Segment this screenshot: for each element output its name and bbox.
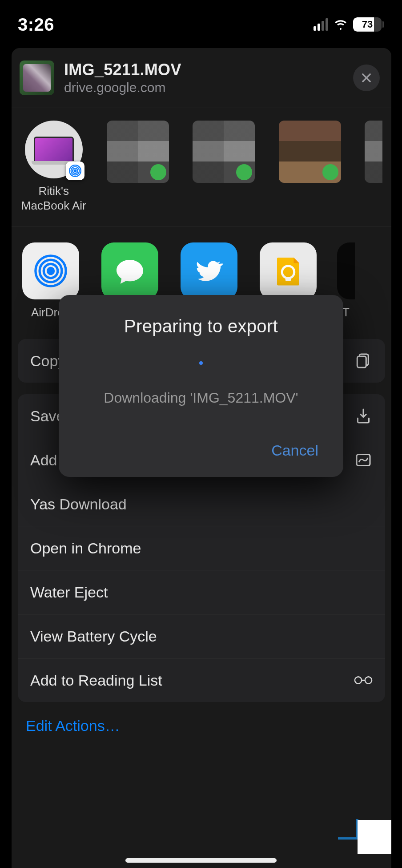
airdrop-icon — [22, 242, 79, 299]
action-add-reading-list[interactable]: Add to Reading List — [18, 658, 385, 702]
svg-point-4 — [48, 268, 53, 274]
home-indicator[interactable] — [125, 858, 277, 863]
wifi-icon — [334, 19, 348, 30]
macbook-icon — [34, 137, 74, 162]
battery-icon: 73 — [353, 17, 384, 32]
export-dialog: Preparing to export Downloading 'IMG_521… — [59, 295, 343, 477]
watermark-fragment — [358, 820, 391, 854]
file-name: IMG_5211.MOV — [64, 61, 343, 79]
target-label-line2: MacBook Air — [20, 198, 87, 213]
close-button[interactable] — [353, 65, 380, 91]
svg-rect-11 — [357, 356, 366, 367]
file-source: drive.google.com — [64, 80, 343, 95]
action-open-chrome[interactable]: Open in Chrome — [18, 526, 385, 570]
status-indicators: 73 — [314, 17, 384, 32]
airdrop-badge-icon — [66, 161, 84, 180]
watermark-fragment — [338, 819, 358, 840]
save-icon — [354, 407, 373, 425]
svg-point-14 — [365, 677, 372, 683]
action-label: Yas Download — [30, 496, 127, 513]
airdrop-targets[interactable]: Ritik's MacBook Air — [12, 108, 391, 226]
loading-spinner-icon — [77, 336, 325, 390]
airdrop-target-redacted[interactable] — [107, 121, 173, 213]
svg-rect-9 — [285, 278, 291, 281]
keep-icon — [260, 242, 317, 299]
action-yas-download[interactable]: Yas Download — [18, 482, 385, 526]
action-label: Open in Chrome — [30, 540, 141, 557]
dialog-message: Downloading 'IMG_5211.MOV' — [77, 390, 325, 406]
target-label-line1: Ritik's — [20, 184, 87, 198]
file-thumbnail — [20, 61, 54, 95]
share-header: IMG_5211.MOV drive.google.com — [12, 48, 391, 108]
airdrop-target-redacted[interactable] — [193, 121, 259, 213]
airdrop-target-macbook[interactable]: Ritik's MacBook Air — [20, 121, 87, 213]
action-view-battery-cycle[interactable]: View Battery Cycle — [18, 614, 385, 658]
cellular-icon — [314, 18, 328, 31]
status-time: 3:26 — [18, 15, 54, 35]
close-icon — [360, 72, 373, 84]
edit-actions-link[interactable]: Edit Actions… — [26, 717, 391, 735]
status-bar: 3:26 73 — [0, 0, 402, 41]
app-icon — [337, 242, 355, 299]
dialog-title: Preparing to export — [77, 316, 325, 336]
svg-point-0 — [74, 170, 76, 172]
glasses-icon — [354, 671, 373, 690]
messages-icon — [101, 242, 158, 299]
action-label: Water Eject — [30, 584, 108, 601]
copy-icon — [354, 351, 373, 370]
cancel-button[interactable]: Cancel — [265, 437, 325, 464]
freeform-icon — [354, 451, 373, 469]
action-water-eject[interactable]: Water Eject — [18, 570, 385, 614]
airdrop-target-redacted[interactable] — [365, 121, 382, 213]
action-label: View Battery Cycle — [30, 628, 157, 645]
battery-percent: 73 — [362, 19, 373, 30]
action-label: Add to Reading List — [30, 672, 162, 689]
svg-point-13 — [355, 677, 362, 683]
airdrop-target-redacted[interactable] — [279, 121, 346, 213]
twitter-icon — [181, 242, 237, 299]
